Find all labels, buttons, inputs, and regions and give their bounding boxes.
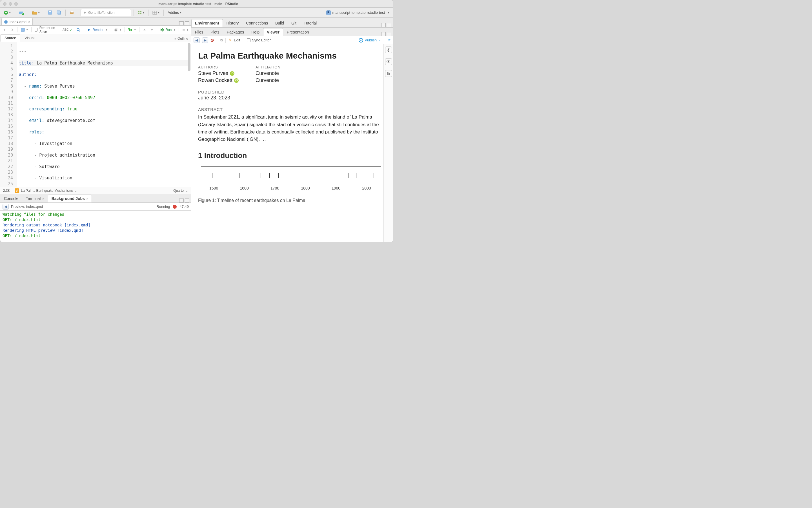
new-project-button[interactable] — [17, 9, 26, 16]
minimize-pane-icon[interactable] — [381, 23, 386, 27]
viewer-toolbar: ◀ ▶ ⊘ ⧉ ✎ Edit Sync Editor Pub — [191, 36, 393, 44]
file-tab-row: index.qmd × — [0, 18, 191, 26]
viewer-forward-icon[interactable]: ▶ — [202, 37, 208, 43]
publish-button[interactable]: Publish▾ — [359, 38, 381, 43]
minimize-pane-icon[interactable] — [179, 199, 184, 203]
job-elapsed: 47:49 — [179, 204, 189, 209]
viewer-sidebar: ❮ 👁 🗎 — [383, 44, 393, 242]
svg-point-21 — [114, 28, 118, 32]
heading-badge-icon: # — [15, 188, 19, 193]
viewer-pane: Files Plots Packages Help Viewer Present… — [191, 27, 393, 242]
nav-back-icon[interactable] — [2, 27, 8, 33]
doc-title: La Palma Earthquake Mechanisms — [198, 51, 384, 60]
viewer-back-icon[interactable]: ◀ — [194, 37, 200, 43]
authors-label: AUTHORS — [198, 65, 239, 69]
stop-job-icon[interactable] — [173, 205, 177, 209]
tab-terminal[interactable]: Terminal× — [22, 195, 48, 203]
svg-rect-12 — [140, 13, 141, 14]
code-editor[interactable]: 1 23456789101112131415161718192021222324… — [0, 42, 191, 187]
new-file-button[interactable]: ▾ — [2, 9, 12, 16]
gear-icon[interactable]: ▾ — [113, 27, 122, 33]
console-output[interactable]: Watching files for changes GET: /index.h… — [0, 211, 191, 242]
tab-presentation[interactable]: Presentation — [283, 28, 313, 36]
tab-viewer[interactable]: Viewer — [263, 28, 283, 36]
tab-background-jobs[interactable]: Background Jobs× — [48, 195, 92, 203]
svg-rect-11 — [138, 13, 139, 14]
open-file-button[interactable]: ▾ — [31, 9, 41, 16]
tab-tutorial[interactable]: Tutorial — [300, 19, 320, 27]
save-button[interactable] — [46, 9, 54, 16]
save-file-icon[interactable]: ▾ — [20, 27, 29, 33]
orcid-icon[interactable]: iD — [234, 78, 239, 83]
render-button[interactable]: Render ▾ — [86, 27, 108, 33]
chunk-up-icon[interactable] — [142, 27, 147, 33]
file-tab-index[interactable]: index.qmd × — [1, 18, 33, 25]
section-heading: 1 Introduction — [198, 151, 384, 161]
tab-plots[interactable]: Plots — [207, 28, 223, 36]
doc-menu-icon[interactable]: ≣▾ — [181, 27, 189, 33]
minimize-window-icon[interactable] — [9, 2, 12, 6]
tab-help[interactable]: Help — [248, 28, 263, 36]
published-date: June 23, 2023 — [198, 95, 384, 101]
tab-visual[interactable]: Visual — [20, 34, 39, 42]
svg-rect-4 — [49, 11, 51, 12]
stop-icon[interactable]: ⊘ — [210, 38, 214, 43]
popout-icon[interactable]: ⧉ — [220, 38, 222, 43]
gutter: 1 23456789101112131415161718192021222324… — [0, 42, 17, 187]
render-on-save-checkbox[interactable]: Render on Save — [34, 27, 56, 33]
tab-console[interactable]: Console — [0, 195, 22, 203]
tab-packages[interactable]: Packages — [223, 28, 248, 36]
close-tab-icon[interactable]: × — [28, 20, 30, 24]
maximize-pane-icon[interactable] — [185, 199, 189, 203]
note-icon[interactable]: 🗎 — [385, 70, 392, 77]
maximize-pane-icon[interactable] — [387, 23, 391, 27]
orcid-icon[interactable]: iD — [230, 71, 234, 76]
panes-button[interactable]: ▾ — [151, 9, 161, 16]
sync-editor-checkbox[interactable]: Sync Editor — [247, 38, 271, 42]
svg-rect-17 — [21, 28, 25, 32]
print-button[interactable] — [68, 9, 76, 16]
eye-icon[interactable]: 👁 — [385, 58, 392, 65]
tab-environment[interactable]: Environment — [191, 19, 223, 27]
svg-rect-6 — [57, 11, 60, 14]
insert-chunk-icon[interactable]: C▾ — [127, 27, 137, 33]
maximize-pane-icon[interactable] — [387, 32, 391, 36]
tools-grid-button[interactable]: ▾ — [136, 9, 146, 16]
tab-source[interactable]: Source — [0, 34, 20, 42]
svg-line-19 — [79, 31, 80, 32]
minimize-pane-icon[interactable] — [179, 22, 184, 25]
minimize-pane-icon[interactable] — [381, 32, 386, 36]
refresh-icon[interactable]: ⟳ — [388, 38, 391, 42]
edit-button[interactable]: Edit — [234, 38, 240, 42]
outline-button[interactable]: ≡Outline — [172, 36, 191, 42]
viewer-body[interactable]: La Palma Earthquake Mechanisms AUTHORS S… — [191, 44, 393, 208]
tab-files[interactable]: Files — [191, 28, 207, 36]
find-icon[interactable] — [75, 27, 81, 33]
tab-build[interactable]: Build — [272, 19, 288, 27]
tab-history[interactable]: History — [223, 19, 243, 27]
svg-point-26 — [360, 40, 362, 41]
window-title: manuscript-template-rstudio-test - main … — [21, 2, 376, 6]
jobs-back-icon[interactable]: ◀ — [3, 204, 9, 210]
close-window-icon[interactable] — [3, 2, 6, 6]
close-icon[interactable]: × — [42, 197, 44, 201]
affiliation-label: AFFILIATION — [255, 65, 281, 69]
addins-menu[interactable]: Addins▾ — [166, 9, 183, 16]
rstudio-window: manuscript-template-rstudio-test - main … — [0, 0, 393, 242]
save-all-button[interactable] — [55, 9, 63, 16]
spellcheck-icon[interactable]: ABC✓ — [62, 27, 74, 33]
close-icon[interactable]: × — [86, 197, 88, 201]
project-menu[interactable]: R manuscript-template-rstudio-test ▾ — [324, 10, 391, 15]
collapse-toc-icon[interactable]: ❮ — [385, 46, 392, 53]
svg-rect-8 — [71, 11, 73, 12]
code-area[interactable]: --- title: La Palma Earthquake Mechanism… — [17, 42, 191, 187]
goto-file-input[interactable]: Go to file/function — [81, 9, 131, 16]
maximize-pane-icon[interactable] — [185, 22, 189, 25]
nav-forward-icon[interactable] — [9, 27, 15, 33]
chunk-down-icon[interactable] — [149, 27, 155, 33]
run-button[interactable]: Run ▾ — [159, 27, 176, 33]
zoom-window-icon[interactable] — [14, 2, 18, 6]
tab-git[interactable]: Git — [288, 19, 300, 27]
editor-scrollbar[interactable] — [188, 43, 191, 71]
tab-connections[interactable]: Connections — [242, 19, 272, 27]
